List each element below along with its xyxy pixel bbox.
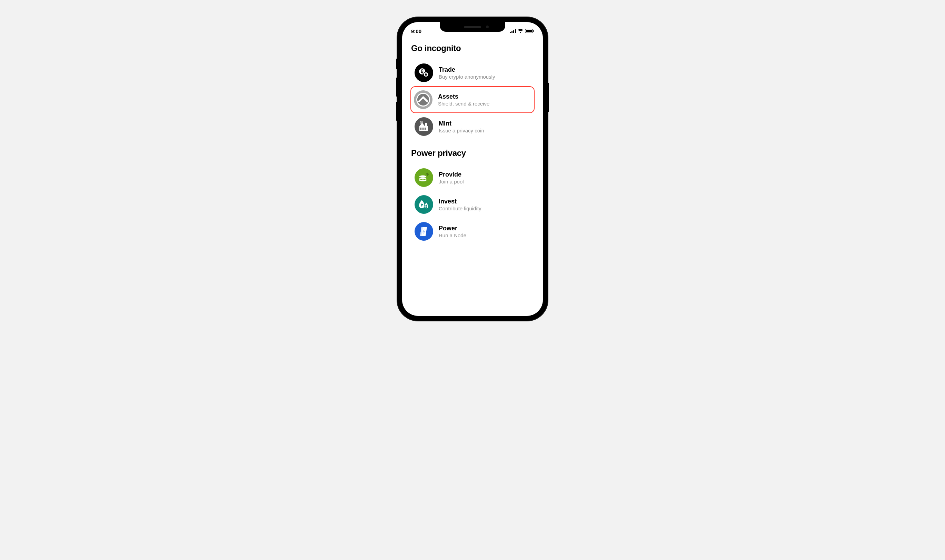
- svg-text:+: +: [421, 122, 422, 123]
- volume-down-button: [396, 102, 397, 121]
- svg-rect-0: [510, 32, 511, 33]
- assets-icon: [414, 90, 432, 109]
- menu-item-subtitle: Buy crypto anonymously: [439, 74, 495, 80]
- menu-item-title: Invest: [439, 198, 481, 205]
- svg-rect-1: [511, 31, 513, 33]
- status-time: 9:00: [411, 28, 422, 34]
- svg-text:₿: ₿: [421, 69, 423, 74]
- mint-icon: +: [414, 117, 433, 136]
- menu-item-invest[interactable]: ₱₿ Invest Contribute liquidity: [411, 191, 534, 218]
- power-icon: [414, 222, 433, 241]
- svg-rect-19: [422, 128, 423, 130]
- section-title-power-privacy: Power privacy: [411, 148, 534, 158]
- svg-rect-3: [515, 29, 516, 33]
- svg-rect-20: [425, 128, 426, 130]
- menu-item-title: Assets: [438, 93, 489, 100]
- power-button: [548, 83, 549, 112]
- menu-item-power[interactable]: Power Run a Node: [411, 218, 534, 245]
- svg-rect-2: [513, 30, 514, 33]
- section-power-privacy: Power privacy Provide Join a pool: [411, 148, 534, 245]
- svg-text:₿: ₿: [425, 205, 427, 208]
- battery-icon: [525, 29, 534, 33]
- trade-icon: ₿: [414, 63, 433, 82]
- volume-up-button: [396, 78, 397, 97]
- cellular-icon: [510, 29, 516, 33]
- svg-rect-5: [526, 30, 532, 32]
- screen-content: Go incognito ₿ Trade Buy crypto anonymou…: [402, 36, 543, 245]
- menu-item-subtitle: Run a Node: [439, 232, 466, 238]
- silent-switch: [396, 58, 397, 69]
- phone-notch: [440, 22, 505, 32]
- svg-text:₱: ₱: [421, 203, 423, 207]
- menu-item-title: Provide: [439, 171, 464, 178]
- provide-icon: [414, 168, 433, 187]
- phone-frame: 9:00 Go incognito ₿: [397, 17, 548, 321]
- menu-item-subtitle: Issue a privacy coin: [439, 128, 484, 134]
- status-indicators: [510, 29, 534, 33]
- notch-speaker: [464, 26, 481, 28]
- phone-screen: 9:00 Go incognito ₿: [402, 22, 543, 316]
- menu-item-subtitle: Contribute liquidity: [439, 206, 481, 211]
- svg-point-15: [417, 94, 429, 106]
- menu-item-trade[interactable]: ₿ Trade Buy crypto anonymously: [411, 59, 534, 86]
- svg-rect-22: [425, 123, 427, 126]
- invest-icon: ₱₿: [414, 195, 433, 214]
- svg-rect-6: [533, 30, 534, 32]
- menu-item-title: Mint: [439, 120, 484, 127]
- wifi-icon: [518, 29, 523, 33]
- menu-item-mint[interactable]: + Mint Issue a privacy coin: [411, 113, 534, 140]
- section-title-go-incognito: Go incognito: [411, 43, 534, 53]
- menu-item-title: Trade: [439, 66, 495, 74]
- menu-item-provide[interactable]: Provide Join a pool: [411, 164, 534, 191]
- section-go-incognito: Go incognito ₿ Trade Buy crypto anonymou…: [411, 43, 534, 140]
- notch-camera: [486, 26, 489, 28]
- menu-item-assets[interactable]: Assets Shield, send & receive: [411, 86, 534, 113]
- svg-rect-18: [420, 128, 422, 130]
- menu-item-subtitle: Shield, send & receive: [438, 101, 489, 106]
- menu-item-subtitle: Join a pool: [439, 178, 464, 185]
- menu-item-title: Power: [439, 225, 466, 232]
